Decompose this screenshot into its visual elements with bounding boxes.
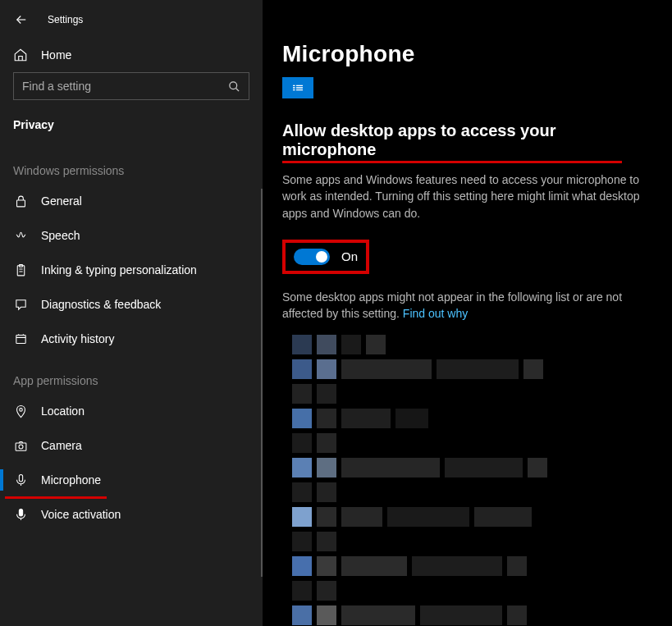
- section-title: Allow desktop apps to access your microp…: [282, 121, 647, 159]
- desktop-apps-microphone-toggle[interactable]: [294, 249, 330, 265]
- highlight-box: On: [282, 240, 369, 274]
- titlebar: Settings: [0, 0, 263, 38]
- search-container: [0, 72, 263, 112]
- nav-microphone[interactable]: Microphone: [0, 463, 263, 497]
- svg-rect-4: [16, 335, 25, 343]
- svg-rect-9: [19, 509, 22, 516]
- list-item: [292, 335, 647, 354]
- svg-rect-8: [19, 474, 22, 482]
- camera-icon: [13, 438, 28, 453]
- list-item: [292, 581, 647, 601]
- feedback-icon: [13, 297, 28, 312]
- nav-camera[interactable]: Camera: [0, 428, 263, 463]
- highlight-underline: [282, 161, 622, 163]
- list-item: [292, 384, 647, 404]
- section-description: Some apps and Windows features need to a…: [282, 171, 643, 222]
- clipboard-icon: [13, 263, 28, 277]
- app-tile-row: [282, 77, 647, 98]
- back-button[interactable]: [13, 11, 30, 28]
- list-item: [292, 433, 647, 453]
- nav-voice-activation[interactable]: Voice activation: [0, 497, 263, 532]
- nav-home[interactable]: Home: [0, 38, 263, 72]
- page-title: Microphone: [282, 0, 647, 77]
- list-item: [292, 605, 647, 625]
- nav-activity-label: Activity history: [41, 332, 114, 345]
- search-icon: [228, 80, 240, 93]
- nav-general-label: General: [41, 194, 82, 208]
- list-item: [292, 507, 647, 527]
- toggle-state-label: On: [341, 249, 358, 263]
- svg-rect-1: [16, 200, 25, 207]
- nav-voice-label: Voice activation: [41, 508, 121, 521]
- nav-location-label: Location: [41, 404, 85, 418]
- nav-speech[interactable]: Speech: [0, 218, 263, 253]
- toggle-row: On: [282, 240, 647, 274]
- nav-activity[interactable]: Activity history: [0, 322, 263, 356]
- section-windows-permissions: Windows permissions: [0, 146, 263, 184]
- search-box[interactable]: [13, 72, 249, 100]
- privacy-heading: Privacy: [0, 112, 263, 146]
- voice-icon: [13, 507, 28, 522]
- list-item: [292, 359, 647, 379]
- nav-home-label: Home: [41, 48, 71, 62]
- home-icon: [13, 48, 28, 62]
- search-input[interactable]: [22, 80, 228, 93]
- microphone-icon: [13, 473, 28, 487]
- list-item: [292, 482, 647, 502]
- nav-microphone-label: Microphone: [41, 473, 101, 487]
- app-tile-icon: [282, 77, 313, 98]
- section-app-permissions: App permissions: [0, 356, 263, 394]
- desktop-apps-list: [282, 335, 647, 625]
- list-item: [292, 556, 647, 576]
- nav-inking[interactable]: Inking & typing personalization: [0, 253, 263, 287]
- find-out-why-link[interactable]: Find out why: [403, 307, 468, 320]
- history-icon: [13, 331, 28, 346]
- list-item: [292, 409, 647, 428]
- list-item: [292, 458, 647, 477]
- nav-general[interactable]: General: [0, 184, 263, 218]
- nav-diagnostics[interactable]: Diagnostics & feedback: [0, 287, 263, 322]
- svg-rect-6: [16, 442, 26, 450]
- speech-icon: [13, 228, 28, 243]
- nav-diagnostics-label: Diagnostics & feedback: [41, 298, 161, 311]
- nav-speech-label: Speech: [41, 229, 80, 242]
- nav-inking-label: Inking & typing personalization: [41, 263, 197, 276]
- lock-icon: [13, 194, 28, 208]
- location-icon: [13, 404, 28, 418]
- list-item: [292, 532, 647, 551]
- sidebar: Settings Home Privacy Windows permission…: [0, 0, 263, 626]
- nav-location[interactable]: Location: [0, 394, 263, 428]
- window-title: Settings: [48, 14, 83, 25]
- note-text: Some desktop apps might not appear in th…: [282, 289, 643, 322]
- main-content: Microphone Allow desktop apps to access …: [263, 0, 672, 626]
- nav-camera-label: Camera: [41, 439, 82, 452]
- svg-point-0: [230, 81, 237, 89]
- svg-point-7: [19, 445, 23, 449]
- svg-point-5: [19, 408, 22, 411]
